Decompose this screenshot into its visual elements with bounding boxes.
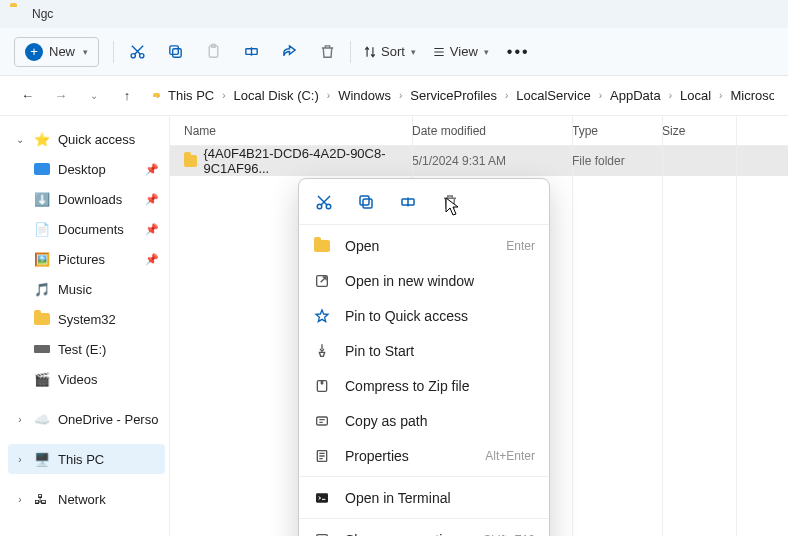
cut-icon[interactable] [313, 191, 335, 213]
sidebar-item-videos[interactable]: 🎬Videos [8, 364, 165, 394]
pin-icon: 📌 [145, 163, 159, 176]
downloads-icon: ⬇️ [34, 191, 50, 207]
svg-rect-3 [169, 46, 178, 55]
desktop-icon [34, 163, 50, 175]
cloud-icon: ☁️ [34, 411, 50, 427]
ctx-show-more[interactable]: Show more optionsShift+F10 [299, 522, 549, 536]
copy-button[interactable] [156, 34, 194, 70]
crumb[interactable]: Microsoft [726, 85, 774, 106]
star-icon [313, 307, 331, 325]
sidebar: ⌄ ⭐ Quick access Desktop📌 ⬇️Downloads📌 📄… [0, 116, 170, 536]
external-icon [313, 272, 331, 290]
crumb[interactable]: Windows [334, 85, 395, 106]
network-icon: 🖧 [34, 491, 50, 507]
sidebar-item-documents[interactable]: 📄Documents📌 [8, 214, 165, 244]
chevron-right-icon[interactable]: › [14, 454, 26, 465]
ctx-properties[interactable]: PropertiesAlt+Enter [299, 438, 549, 473]
cursor-icon [445, 197, 461, 217]
col-name[interactable]: Name [184, 124, 412, 138]
col-date[interactable]: Date modified [412, 124, 572, 138]
chevron-down-icon: ▾ [411, 47, 416, 57]
drive-icon [34, 345, 50, 353]
column-headers: Name Date modified Type Size [170, 116, 788, 146]
ctx-copy-path[interactable]: Copy as path [299, 403, 549, 438]
svg-rect-10 [360, 196, 369, 205]
pictures-icon: 🖼️ [34, 251, 50, 267]
paste-button[interactable] [194, 34, 232, 70]
chevron-right-icon[interactable]: › [14, 414, 26, 425]
col-type[interactable]: Type [572, 124, 662, 138]
folder-icon [10, 6, 26, 22]
back-button[interactable]: ← [14, 81, 41, 111]
svg-rect-16 [316, 493, 328, 502]
chevron-right-icon[interactable]: › [14, 494, 26, 505]
sidebar-item-quick-access[interactable]: ⌄ ⭐ Quick access [8, 124, 165, 154]
crumb[interactable]: Local Disk (C:) [230, 85, 323, 106]
ctx-open-terminal[interactable]: Open in Terminal [299, 480, 549, 515]
sidebar-item-downloads[interactable]: ⬇️Downloads📌 [8, 184, 165, 214]
terminal-icon [313, 489, 331, 507]
svg-rect-9 [363, 199, 372, 208]
file-date: 5/1/2024 9:31 AM [412, 154, 572, 168]
view-button[interactable]: View ▾ [424, 44, 497, 59]
share-button[interactable] [270, 34, 308, 70]
crumb[interactable]: ServiceProfiles [406, 85, 501, 106]
sidebar-item-network[interactable]: ›🖧Network [8, 484, 165, 514]
col-size[interactable]: Size [662, 124, 722, 138]
nav-row: ← → ⌄ ↑ › This PC› Local Disk (C:)› Wind… [0, 76, 788, 116]
delete-icon[interactable] [439, 191, 461, 213]
plus-icon: + [25, 43, 43, 61]
more-button[interactable]: ••• [497, 43, 540, 61]
pin-icon: 📌 [145, 223, 159, 236]
window-title: Ngc [32, 7, 53, 21]
forward-button[interactable]: → [47, 81, 74, 111]
file-name: {4A0F4B21-DCD6-4A2D-90C8-9C1AF96... [203, 146, 412, 176]
rename-button[interactable] [232, 34, 270, 70]
new-button[interactable]: + New ▾ [14, 37, 99, 67]
new-label: New [49, 44, 75, 59]
context-menu: OpenEnter Open in new window Pin to Quic… [298, 178, 550, 536]
star-icon: ⭐ [34, 131, 50, 147]
pin-icon [313, 342, 331, 360]
sidebar-item-test-drive[interactable]: Test (E:) [8, 334, 165, 364]
sort-button[interactable]: Sort ▾ [355, 44, 424, 59]
rename-icon[interactable] [397, 191, 419, 213]
sidebar-item-system32[interactable]: System32 [8, 304, 165, 334]
ctx-open-new-window[interactable]: Open in new window [299, 263, 549, 298]
sidebar-item-onedrive[interactable]: ›☁️OneDrive - Personal [8, 404, 165, 434]
sidebar-item-desktop[interactable]: Desktop📌 [8, 154, 165, 184]
sidebar-item-pictures[interactable]: 🖼️Pictures📌 [8, 244, 165, 274]
file-row[interactable]: {4A0F4B21-DCD6-4A2D-90C8-9C1AF96... 5/1/… [170, 146, 788, 176]
svg-rect-14 [317, 417, 328, 425]
sidebar-item-this-pc[interactable]: ›🖥️This PC [8, 444, 165, 474]
crumb[interactable]: LocalService [512, 85, 594, 106]
folder-icon [34, 311, 50, 327]
ctx-compress-zip[interactable]: Compress to Zip file [299, 368, 549, 403]
crumb[interactable]: Local [676, 85, 715, 106]
toolbar: + New ▾ Sort ▾ View ▾ ••• [0, 28, 788, 76]
ctx-pin-start[interactable]: Pin to Start [299, 333, 549, 368]
up-button[interactable]: ↑ [113, 81, 140, 111]
copy-icon[interactable] [355, 191, 377, 213]
svg-rect-2 [172, 49, 181, 58]
properties-icon [313, 447, 331, 465]
folder-icon [184, 155, 197, 167]
path-icon [313, 412, 331, 430]
file-type: File folder [572, 154, 662, 168]
sidebar-item-music[interactable]: 🎵Music [8, 274, 165, 304]
chevron-down-icon: ▾ [83, 47, 88, 57]
crumb[interactable]: This PC [164, 85, 218, 106]
crumb[interactable]: AppData [606, 85, 665, 106]
ctx-pin-quick-access[interactable]: Pin to Quick access [299, 298, 549, 333]
delete-button[interactable] [308, 34, 346, 70]
chevron-down-icon[interactable]: ⌄ [14, 134, 26, 145]
address-bar[interactable]: › This PC› Local Disk (C:)› Windows› Ser… [153, 85, 774, 106]
zip-icon [313, 377, 331, 395]
videos-icon: 🎬 [34, 371, 50, 387]
recent-chevron-icon[interactable]: ⌄ [80, 81, 107, 111]
cut-button[interactable] [118, 34, 156, 70]
documents-icon: 📄 [34, 221, 50, 237]
chevron-down-icon: ▾ [484, 47, 489, 57]
more-icon [313, 531, 331, 537]
ctx-open[interactable]: OpenEnter [299, 228, 549, 263]
